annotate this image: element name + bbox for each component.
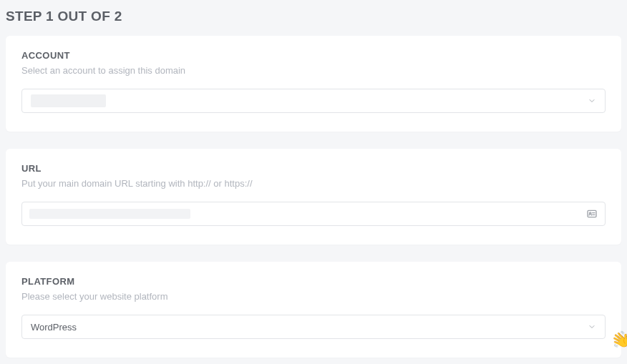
platform-card: PLATFORM Please select your website plat… xyxy=(6,262,621,358)
url-input[interactable] xyxy=(21,202,606,226)
account-select[interactable] xyxy=(21,89,606,113)
page-title: STEP 1 OUT OF 2 xyxy=(0,0,627,36)
platform-selected-value: WordPress xyxy=(31,322,77,333)
chevron-down-icon xyxy=(588,97,596,105)
account-card: ACCOUNT Select an account to assign this… xyxy=(6,36,621,132)
chevron-down-icon xyxy=(588,323,596,331)
id-card-icon xyxy=(586,208,598,220)
platform-title: PLATFORM xyxy=(21,276,606,287)
account-subtitle: Select an account to assign this domain xyxy=(21,65,606,76)
platform-select[interactable]: WordPress xyxy=(21,315,606,339)
url-title: URL xyxy=(21,163,606,174)
account-title: ACCOUNT xyxy=(21,50,606,61)
platform-subtitle: Please select your website platform xyxy=(21,291,606,302)
url-card: URL Put your main domain URL starting wi… xyxy=(6,149,621,245)
url-subtitle: Put your main domain URL starting with h… xyxy=(21,178,606,189)
svg-rect-0 xyxy=(588,210,596,217)
account-selected-value xyxy=(31,94,106,107)
url-value xyxy=(29,209,190,219)
